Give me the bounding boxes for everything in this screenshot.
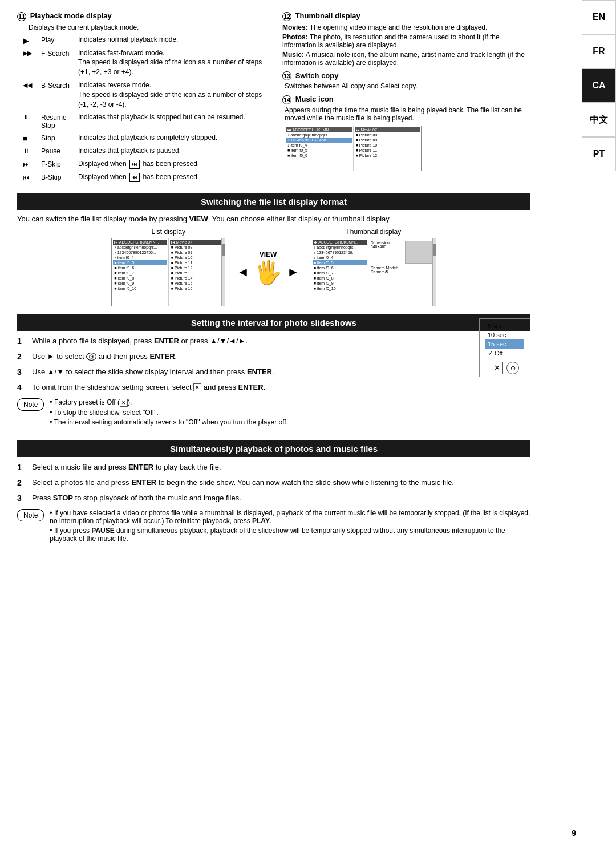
pb-resume-desc: Indicates that playback is stopped but c… (78, 112, 265, 122)
view-arrows: ◄ 🖐 ► (237, 261, 299, 284)
page-number: 9 (572, 828, 576, 838)
view-center: VIEW ◄ 🖐 ► (237, 250, 299, 284)
pb-bskip-label: B-Skip (41, 172, 78, 181)
slideshow-timer-panel: 5 sec 10 sec 15 sec ✓ Off ✕ ⊙ (479, 318, 530, 377)
sim-note-content: • If you have selected a video or photos… (50, 509, 530, 544)
lang-ca[interactable]: CA (582, 68, 616, 103)
sim-step-2: 2 Select a photos file and press ENTER t… (17, 477, 530, 489)
music-display-mock: ⏭ ABCDEFGHIJKLMN... ♪ abcdefghijklmnopqr… (285, 126, 422, 171)
view-intro: You can switch the file list display mod… (17, 215, 530, 223)
fskip-btn-icon: ⏭ (129, 160, 140, 169)
pb-fsearch-label: F-Search (41, 48, 78, 58)
fskip-icon: ⏭ (23, 160, 41, 168)
pb-fsearch: ▶▶ F-Search Indicates fast-forward mode.… (17, 48, 265, 77)
view-button-label: VIEW (260, 250, 277, 258)
x-inline-icon: ✕ (193, 383, 201, 391)
bskip-btn-icon: ⏮ (129, 173, 140, 182)
section13-title: 13 Switch copy (282, 71, 530, 81)
list-col-right: ⏭ Movie 07 ■ Picture 08 ■ Picture 09 ■ P… (169, 238, 225, 306)
section11-subtitle: Displays the current playback mode. (17, 23, 265, 31)
note-label: Note (17, 398, 44, 411)
timer-off: ✓ Off (485, 349, 524, 358)
pb-play: ▶ Play Indicates normal playback mode. (17, 35, 265, 45)
section14-title: 14 Music icon (282, 95, 530, 104)
fsearch-icon: ▶▶ (23, 50, 41, 57)
pb-stop-label: Stop (41, 133, 78, 142)
hand-icon: 🖐 (254, 261, 282, 284)
pb-stop: ■ Stop Indicates that playback is comple… (17, 133, 265, 143)
pause-icon: ⏸ (23, 147, 41, 155)
music-col-right: ⏭ Movie 07 ■ Picture 08 ■ Picture 09 ■ P… (354, 126, 422, 171)
interval-step-2: 2 Use ► to select ⚙ and then press ENTER… (17, 351, 473, 363)
pb-fskip-label: F-Skip (41, 159, 78, 168)
thumb-scrollbar[interactable] (432, 238, 436, 306)
bskip-icon: ⏮ (23, 173, 41, 181)
thumb-display-container: Thumbnail display ⏭ ABCDEFGHIJKLMN... ♪ … (311, 228, 436, 306)
timer-15sec: 15 sec (485, 339, 524, 349)
interval-step-3: 3 Use ▲/▼ to select the slide show displ… (17, 366, 473, 378)
simultaneous-section-bar: Simultaneously playback of photos and mu… (17, 440, 530, 457)
pb-bsearch: ◀◀ B-Search Indicates reverse mode.The s… (17, 80, 265, 109)
interval-steps: 5 sec 10 sec 15 sec ✓ Off ✕ ⊙ 1 While a … (17, 335, 530, 432)
resume-icon: ⏸ (23, 114, 41, 120)
view-displays: List display ⏭ ABCDEFGHIJKLMN... ♪ abcde… (17, 228, 530, 306)
x-button-icon[interactable]: ✕ (491, 362, 503, 374)
stop-icon: ■ (23, 134, 41, 143)
interval-note: Note • Factory preset is Off (✕). • To s… (17, 398, 530, 428)
pb-fsearch-desc: Indicates fast-forward mode.The speed is… (78, 48, 265, 77)
play-icon: ▶ (23, 36, 41, 45)
circle-button-icon[interactable]: ⊙ (506, 362, 519, 374)
arrow-left-icon: ◄ (237, 265, 249, 280)
thumb-camera: Camera Model:Camera/5 (370, 265, 435, 275)
note-content: • Factory preset is Off (✕). • To stop t… (50, 398, 530, 428)
pb-play-desc: Indicates normal playback mode. (78, 35, 265, 45)
sim-step-3: 3 Press STOP to stop playback of both th… (17, 492, 530, 504)
pb-play-label: Play (41, 35, 78, 44)
thumb-col-left: ⏭ ABCDEFGHIJKLMN... ♪ abcdefghijklmnopqr… (311, 238, 368, 306)
lang-zh[interactable]: 中文 (582, 103, 616, 137)
lang-fr[interactable]: FR (582, 34, 616, 68)
bsearch-icon: ◀◀ (23, 82, 41, 89)
interval-step-4: 4 To omit from the slideshow setting scr… (17, 382, 530, 394)
list-display-label: List display (111, 228, 225, 236)
scrollbar[interactable] (221, 238, 225, 306)
view-section: You can switch the file list display mod… (17, 215, 530, 306)
pb-fskip: ⏭ F-Skip Displayed when ⏭ has been press… (17, 159, 265, 169)
x-note-icon: ✕ (120, 399, 128, 407)
section14-desc: Appears during the time the music file i… (282, 106, 530, 122)
section11-title: 11 Playback mode display (17, 11, 265, 21)
pb-resume-label: ResumeStop (41, 112, 78, 130)
thumb-display-mock: ⏭ ABCDEFGHIJKLMN... ♪ abcdefghijklmnopqr… (311, 238, 436, 306)
music-col-left: ⏭ ABCDEFGHIJKLMN... ♪ abcdefghijklmnopqr… (285, 126, 354, 171)
list-display-container: List display ⏭ ABCDEFGHIJKLMN... ♪ abcde… (111, 228, 225, 306)
section12-photos: Photos: The photo, its resolution and th… (282, 33, 530, 49)
lang-en[interactable]: EN (582, 0, 616, 34)
pb-pause-label: Pause (41, 146, 78, 155)
section12-music: Music: A musical note icon, the album na… (282, 51, 530, 67)
pb-bskip: ⏮ B-Skip Displayed when ⏮ has been press… (17, 172, 265, 182)
pb-pause-desc: Indicates that playback is paused. (78, 146, 265, 156)
interval-step-1: 1 While a photo file is displayed, press… (17, 335, 473, 347)
interval-section-bar: Setting the interval for photo slideshow… (17, 314, 530, 331)
sim-step-1: 1 Select a music file and press ENTER to… (17, 462, 530, 474)
pb-pause: ⏸ Pause Indicates that playback is pause… (17, 146, 265, 156)
section12-movies: Movies: The opening video image and the … (282, 23, 530, 31)
simultaneous-note: Note • If you have selected a video or p… (17, 509, 530, 544)
pb-stop-desc: Indicates that playback is completely st… (78, 133, 265, 143)
lang-pt[interactable]: PT (582, 137, 616, 171)
slideshow-control-icons: ✕ ⊙ (485, 362, 524, 374)
timer-5sec: 5 sec (485, 321, 524, 330)
language-tabs: EN FR CA 中文 PT (582, 0, 616, 171)
arrow-right-icon: ► (287, 265, 299, 280)
thumb-col-right: Dimension:640×480 Camera Model:Camera/5 (368, 238, 436, 306)
scrollbar-thumb[interactable] (222, 244, 225, 256)
thumb-scrollbar-thumb[interactable] (433, 244, 436, 256)
pb-resume: ⏸ ResumeStop Indicates that playback is … (17, 112, 265, 130)
simultaneous-steps: 1 Select a music file and press ENTER to… (17, 462, 530, 544)
pb-bsearch-label: B-Search (41, 80, 78, 90)
sections-12-14: 12 Thumbnail display Movies: The opening… (282, 11, 530, 185)
pb-bsearch-desc: Indicates reverse mode.The speed is disp… (78, 80, 265, 109)
section13-desc: Switches between All copy and Select cop… (282, 82, 530, 90)
thumb-display-label: Thumbnail display (311, 228, 436, 236)
list-display-mock: ⏭ ABCDEFGHIJKLMN... ♪ abcdefghijklmnopqr… (111, 238, 225, 306)
